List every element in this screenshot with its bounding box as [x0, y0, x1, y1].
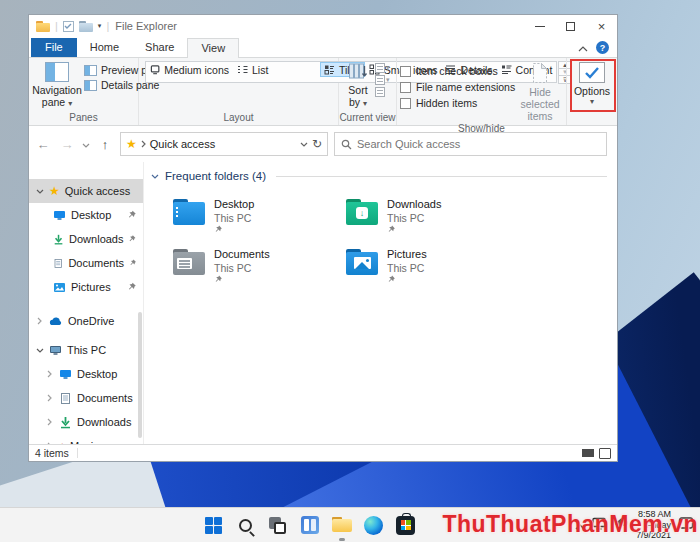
tab-file[interactable]: File	[31, 38, 77, 57]
layout-option-list[interactable]: List	[233, 62, 320, 77]
qat-customize-icon[interactable]: ▾	[98, 22, 102, 30]
item-check-boxes-checkbox[interactable]: Item check boxes	[400, 65, 515, 77]
refresh-icon[interactable]: ↻	[312, 137, 322, 151]
this-pc-icon	[49, 344, 62, 357]
pin-icon	[214, 225, 223, 234]
address-dropdown-icon[interactable]	[300, 142, 308, 147]
task-view-button[interactable]	[266, 514, 289, 537]
expand-chevron-icon[interactable]	[45, 418, 54, 426]
sidebar-item-pc-music[interactable]: ♪ Music	[29, 434, 143, 444]
minimize-ribbon-icon[interactable]	[578, 42, 588, 54]
sidebar-label: Desktop	[77, 368, 117, 380]
address-box[interactable]: ★ Quick access ↻	[120, 132, 328, 156]
ribbon-tab-row: File Home Share View ?	[29, 37, 617, 58]
folder-tile-pictures[interactable]: Pictures This PC	[346, 246, 519, 294]
details-view-icon[interactable]	[582, 448, 594, 458]
collapse-chevron-icon[interactable]	[35, 348, 44, 353]
properties-icon[interactable]	[63, 21, 74, 32]
sidebar-label: Documents	[77, 392, 133, 404]
folder-content-area: Frequent folders (4) Desktop This PC ↓ D…	[144, 162, 617, 444]
folder-tile-documents[interactable]: Documents This PC	[173, 246, 346, 294]
size-columns-button[interactable]	[375, 87, 390, 97]
documents-folder-icon	[173, 249, 205, 275]
pictures-folder-icon	[346, 249, 378, 275]
sidebar-label: This PC	[67, 344, 106, 356]
tab-view[interactable]: View	[187, 38, 239, 58]
expand-chevron-icon[interactable]	[35, 317, 44, 325]
navigation-pane-icon	[45, 62, 69, 82]
expand-chevron-icon[interactable]	[45, 394, 54, 402]
sort-by-button[interactable]: Sort by ▾	[342, 61, 374, 109]
hide-selected-items-button[interactable]: Hide selected items	[517, 61, 563, 123]
start-button[interactable]	[202, 514, 225, 537]
new-folder-icon[interactable]	[79, 21, 93, 32]
sidebar-item-pc-desktop[interactable]: Desktop	[29, 362, 143, 386]
sidebar-item-pc-documents[interactable]: Documents	[29, 386, 143, 410]
tab-share[interactable]: Share	[132, 38, 187, 57]
pictures-icon	[53, 281, 66, 294]
section-header-frequent-folders[interactable]: Frequent folders (4)	[151, 170, 607, 182]
sidebar-item-pictures[interactable]: Pictures	[29, 275, 143, 299]
add-columns-icon	[375, 75, 385, 85]
file-explorer-taskbar-button[interactable]	[330, 514, 353, 537]
section-chevron-icon[interactable]	[151, 174, 159, 179]
item-check-boxes-label: Item check boxes	[416, 65, 498, 77]
separator: |	[106, 20, 109, 32]
close-button[interactable]: ×	[586, 15, 617, 37]
back-icon[interactable]: ←	[34, 137, 52, 152]
sidebar-item-this-pc[interactable]: This PC	[29, 338, 143, 362]
sidebar-item-pc-downloads[interactable]: Downloads	[29, 410, 143, 434]
store-button[interactable]	[394, 514, 417, 537]
taskbar-search-button[interactable]	[234, 514, 257, 537]
navigation-pane-button[interactable]: Navigation pane ▾	[32, 61, 82, 109]
widgets-button[interactable]	[298, 514, 321, 537]
add-columns-button[interactable]: ▾	[375, 75, 390, 85]
quick-access-star-icon: ★	[126, 138, 137, 150]
sidebar-scrollbar[interactable]	[138, 312, 142, 438]
navigation-pane: ★ Quick access Desktop Downloads Documen…	[29, 162, 144, 444]
up-icon[interactable]: ↑	[96, 137, 114, 152]
ribbon-group-layout: Medium icons List Tiles Small icons	[139, 58, 339, 125]
layout-option-medium-icons[interactable]: Medium icons	[146, 62, 233, 77]
expand-chevron-icon[interactable]	[45, 370, 54, 378]
maximize-button[interactable]	[555, 15, 586, 37]
downloads-icon	[59, 416, 72, 429]
window-title: File Explorer	[115, 20, 177, 32]
edge-button[interactable]	[362, 514, 385, 537]
group-by-button[interactable]: ▾	[375, 63, 390, 73]
tab-home[interactable]: Home	[77, 38, 132, 57]
pin-icon	[128, 234, 137, 244]
folder-tile-desktop[interactable]: Desktop This PC	[173, 196, 346, 244]
forward-icon[interactable]: →	[58, 137, 76, 152]
sidebar-item-quick-access[interactable]: ★ Quick access	[29, 179, 143, 203]
collapse-chevron-icon[interactable]	[35, 189, 44, 194]
tile-location: This PC	[214, 262, 270, 275]
search-input[interactable]	[357, 138, 600, 150]
recent-locations-icon[interactable]	[82, 138, 90, 150]
minimize-button[interactable]	[524, 15, 555, 37]
pin-icon	[129, 258, 137, 268]
section-title: Frequent folders (4)	[165, 170, 266, 182]
sidebar-item-desktop[interactable]: Desktop	[29, 203, 143, 227]
folder-tile-downloads[interactable]: ↓ Downloads This PC	[346, 196, 519, 244]
sidebar-item-documents[interactable]: Documents	[29, 251, 143, 275]
sidebar-item-onedrive[interactable]: OneDrive	[29, 309, 143, 333]
file-explorer-window: | ▾ | File Explorer × File Home Share Vi…	[28, 14, 618, 462]
sidebar-label: Documents	[68, 257, 124, 269]
divider	[77, 448, 78, 458]
ribbon-group-show-hide: Item check boxes File name extensions Hi…	[397, 58, 567, 125]
layout-group-label: Layout	[139, 112, 338, 125]
help-icon[interactable]: ?	[596, 41, 609, 54]
documents-icon	[53, 257, 63, 270]
status-bar: 4 items	[29, 444, 617, 461]
options-highlight-box	[570, 59, 616, 112]
breadcrumb-chevron-icon[interactable]	[141, 140, 146, 148]
desktop-folder-icon	[173, 199, 205, 225]
large-icons-view-icon[interactable]	[599, 448, 611, 459]
hidden-items-checkbox[interactable]: Hidden items	[400, 97, 515, 109]
expand-chevron-icon[interactable]	[45, 442, 54, 444]
breadcrumb-location[interactable]: Quick access	[150, 138, 215, 150]
file-name-extensions-checkbox[interactable]: File name extensions	[400, 81, 515, 93]
downloads-icon	[53, 233, 64, 246]
sidebar-item-downloads[interactable]: Downloads	[29, 227, 143, 251]
